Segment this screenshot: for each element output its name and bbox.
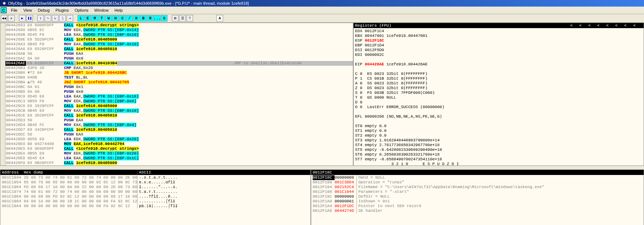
dump-row[interactable]: 001C195465 00 78 00 65 00 00 00 00 00 92…: [2, 180, 309, 185]
dump-hdr-ascii: ASCII: [137, 170, 151, 175]
hex-dump-pane[interactable]: Address Hex dump ASCII 001C19442D 00 73 …: [0, 169, 311, 225]
disasm-row[interactable]: 004426988B55 ECMOV EDX,DWORD PTR SS:[EBP…: [5, 28, 353, 33]
disasm-row[interactable]: 004426D7E8 3429FCFFCALL 1cefe918.0040501…: [5, 127, 353, 132]
disasm-row[interactable]: 004426F0E8 0B29FCFFCALL 1cefe918.0040500…: [5, 161, 353, 165]
disasm-row[interactable]: 004426E5E8 0E00FDFFCALL <1cefe918.decryp…: [5, 146, 353, 151]
disasm-row[interactable]: 004426AEE8 01DDFCFFCALL 1cefe918.004103B…: [5, 61, 353, 66]
stack-row[interactable]: 0012F1A40012F1DCPointer to next SEH reco…: [313, 204, 642, 209]
disasm-row[interactable]: 004426BC6A 01PUSH 0x1: [5, 85, 353, 89]
tool-/[interactable]: /: [126, 15, 133, 22]
dump-row[interactable]: 001C19442D 00 73 00 74 00 61 00 72 00 74…: [2, 175, 309, 180]
disasm-row[interactable]: 004426ED8D45 E4LEA EAX,DWORD PTR SS:[EBP…: [5, 156, 353, 161]
menu-bar: C File View Debug Plugins Options Window…: [0, 7, 644, 14]
tool-e[interactable]: E: [84, 15, 91, 22]
disasm-row[interactable]: 004426BD6A 00PUSH 0x0: [5, 89, 353, 94]
disasm-row[interactable]: 0044269B8D45 F0LEA EAX,DWORD PTR SS:[EBP…: [5, 33, 353, 37]
dump-row[interactable]: 001C199404 00 1A 00 00 00 1B 1C 00 00 00…: [2, 199, 309, 204]
app-icon: ✱: [1, 1, 7, 6]
dump-row[interactable]: 001C197474 00 61 00 72 00 74 00 00 00 00…: [2, 190, 309, 194]
disassembly-pane[interactable]: 00442693E8 6000FDFFCALL <1cefe918.decryp…: [0, 23, 353, 166]
pause-button[interactable]: ❚❚: [26, 15, 33, 22]
disasm-row[interactable]: 004426DD8D55 E0LEA EDX,DWORD PTR SS:[EBP…: [5, 137, 353, 142]
menu-debug[interactable]: Debug: [35, 7, 52, 13]
disasm-row[interactable]: 004426AC6A 00PUSH 0x0: [5, 56, 353, 61]
disasm-row[interactable]: 004426CEE8 3D29FCFFCALL 1cefe918.0040501…: [5, 113, 353, 118]
run-button[interactable]: ▶: [19, 15, 26, 22]
tool-b[interactable]: B: [140, 15, 147, 22]
disasm-row[interactable]: 004426E0B8 94274400MOV EAX,1cefe918.0044…: [5, 142, 353, 146]
menu-file[interactable]: File: [8, 7, 20, 13]
disasm-row[interactable]: 004426F58B45 E4MOV EAX,DWORD PTR SS:[EBP…: [5, 165, 353, 166]
tool-r[interactable]: R: [147, 15, 154, 22]
stepinto-button[interactable]: ↴: [37, 15, 44, 22]
disasm-row[interactable]: 004426B6▼72 04JB SHORT 1cefe918.004426BC: [5, 70, 353, 75]
stepover-button[interactable]: ↷: [45, 15, 51, 22]
help-button[interactable]: ?: [187, 15, 193, 22]
cpu-icon[interactable]: C: [1, 7, 7, 13]
disasm-row[interactable]: 004426A6E8 6529FCFFCALL 1cefe918.0040501…: [5, 47, 353, 52]
reg-tabs[interactable]: <<<<<<<<: [570, 23, 642, 28]
tool-k[interactable]: K: [133, 15, 140, 22]
stack-row[interactable]: 0012F19C00000000DefDir = NULL: [313, 194, 642, 199]
stack-header-addr: 0012F18C: [313, 170, 335, 175]
dump-row[interactable]: 001C198400 00 00 00 FD 92 6C 12 00 00 00…: [2, 194, 309, 199]
disasm-row[interactable]: 004426CB8B45 E8MOV EAX,DWORD PTR SS:[EBP…: [5, 108, 353, 113]
tool-m[interactable]: M: [91, 15, 98, 22]
stack-row[interactable]: 0012F1A80044274DSE handler: [313, 209, 642, 213]
disasm-row[interactable]: 004426B383F8 20CMP EAX,0x20: [5, 66, 353, 70]
register-line: [355, 67, 642, 72]
view-grid1[interactable]: ⊞: [172, 15, 178, 22]
close-button[interactable]: ✕: [8, 15, 15, 22]
dump-row[interactable]: 001C1964FD 06 88 17 10 00 0A 00 22 00 00…: [2, 185, 309, 190]
registers-pane[interactable]: Registers (FPU) <<<<<<<< EDX 0012F1C4EBX…: [353, 23, 644, 166]
disasm-row[interactable]: 004426C6E8 3529FCFFCALL 1cefe918.0040500…: [5, 104, 353, 108]
ascii-toggle[interactable]: A: [216, 15, 223, 22]
execute-till-button[interactable]: ⇥: [67, 15, 73, 22]
stack-row[interactable]: 0012F1A000000001IsShown = 0x1: [313, 199, 642, 204]
disasm-row[interactable]: 004426AB50PUSH EAX: [5, 52, 353, 56]
stack-row[interactable]: 0012F194002152C4FileName = "C:\Users\WIN…: [313, 185, 642, 190]
tool-...[interactable]: ...: [154, 15, 161, 22]
disasm-row[interactable]: 0044269EE8 5D29FCFFCALL 1cefe918.0040500…: [5, 37, 353, 42]
dump-row[interactable]: 001C19A400 00 08 00 00 00 00 00 00 00 00…: [2, 204, 309, 209]
register-line: EDX 0012F1C4: [355, 29, 642, 34]
disasm-row[interactable]: 004426C38B55 F8MOV EDX,DWORD PTR SS:[EBP…: [5, 99, 353, 104]
rewind-button[interactable]: ◀◀: [1, 15, 7, 22]
disasm-row[interactable]: 004426B884DBTEST BL,BL: [5, 75, 353, 80]
stack-pane[interactable]: 0012F18C 0012F18C00000000hWnd = NULL0012…: [311, 169, 644, 225]
menu-options[interactable]: Options: [72, 7, 91, 13]
disasm-row[interactable]: 004426A38B45 F0MOV EAX,DWORD PTR SS:[EBP…: [5, 42, 353, 47]
register-line: EIP 004426AE 1cefe918.004426AE: [355, 62, 642, 67]
register-line: ST5 empty -6.6428082339689290490e+18: [355, 148, 642, 152]
disasm-row[interactable]: 004426D350PUSH EAX: [5, 118, 353, 123]
disasm-row[interactable]: 004426D48B45 FCMOV EAX,DWORD PTR SS:[EBP…: [5, 123, 353, 127]
tool-s[interactable]: S: [161, 15, 167, 22]
tool-l[interactable]: L: [78, 15, 84, 22]
menu-window[interactable]: Window: [91, 7, 112, 13]
register-line: EFL 00000206 (NO,NB,NE,A,NS,PE,GE,G): [355, 114, 642, 119]
menu-plugins[interactable]: Plugins: [53, 7, 72, 13]
stack-row[interactable]: 0012F198001C1944Parameters = "-start": [313, 190, 642, 194]
stack-row[interactable]: 0012F18C00000000hWnd = NULL: [313, 175, 642, 180]
jump-indicator: [0, 23, 5, 166]
disasm-row[interactable]: 004426C08D45 E8LEA EAX,DWORD PTR SS:[EBP…: [5, 94, 353, 99]
menu-view[interactable]: View: [20, 7, 35, 13]
dump-hdr-addr: Address: [2, 170, 24, 175]
disasm-row[interactable]: 004426EA8B55 E0MOV EDX,DWORD PTR SS:[EBP…: [5, 151, 353, 156]
stack-row[interactable]: 0012F190001C3DD4Operation = "runas": [313, 180, 642, 185]
menu-help[interactable]: Help: [112, 7, 126, 13]
tool-t[interactable]: T: [98, 15, 105, 22]
title-bar: ✱ OllyDbg - 1cefe918ae56ebd3c2de309efbdd…: [0, 0, 644, 7]
view-grid2[interactable]: ☰: [179, 15, 186, 22]
tool-h[interactable]: H: [112, 15, 119, 22]
register-line: ST2 empty 0.0: [355, 133, 642, 138]
tool-c[interactable]: C: [119, 15, 126, 22]
disasm-row[interactable]: 004426DC50PUSH EAX: [5, 132, 353, 137]
tool-w[interactable]: W: [105, 15, 112, 22]
disasm-row[interactable]: 004426BA▲75 49JNZ SHORT 1cefe918.0044270…: [5, 80, 353, 85]
register-line: ST4 empty 2.7617736850342967780e+18: [355, 143, 642, 148]
disasm-row[interactable]: 00442693E8 6000FDFFCALL <1cefe918.decryp…: [5, 23, 353, 28]
register-line: Z 0 DS 0023 32bit 0(FFFFFFFF): [355, 86, 642, 91]
traceinto-button[interactable]: ↳: [52, 15, 59, 22]
traceover-button[interactable]: ⤵: [59, 15, 66, 22]
